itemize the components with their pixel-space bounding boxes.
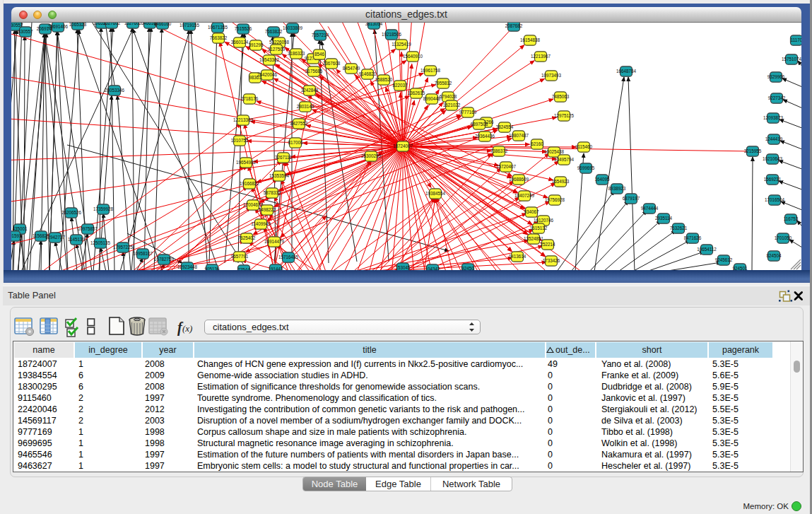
svg-text:924501: 924501 [732,266,748,270]
svg-text:26206526: 26206526 [61,210,82,215]
svg-text:1588520: 1588520 [375,77,393,82]
svg-text:8546: 8546 [314,52,325,57]
svg-text:16154838: 16154838 [520,37,541,42]
svg-text:2087682: 2087682 [505,23,523,28]
svg-text:7663822: 7663822 [265,29,283,34]
svg-text:252214: 252214 [540,242,555,247]
svg-text:7386372: 7386372 [490,148,508,153]
svg-text:7625402: 7625402 [238,235,256,240]
svg-text:17016504: 17016504 [765,197,785,202]
svg-text:10654112: 10654112 [697,247,717,252]
svg-text:16782759: 16782759 [154,257,175,262]
svg-text:20364436: 20364436 [475,134,495,139]
svg-text:7632621: 7632621 [670,226,688,230]
svg-text:16648784: 16648784 [616,69,637,74]
svg-text:10025438: 10025438 [544,149,565,154]
svg-text:(x): (x) [182,323,192,334]
svg-text:17004678: 17004678 [243,202,264,207]
svg-text:10210643: 10210643 [763,156,783,161]
svg-text:1733426: 1733426 [543,258,560,263]
svg-text:12213967: 12213967 [531,54,551,59]
svg-text:15751074: 15751074 [782,57,801,62]
svg-text:24420046: 24420046 [257,72,278,77]
svg-text:3824554: 3824554 [496,124,514,129]
svg-text:9329966: 9329966 [767,74,785,79]
svg-text:3127509: 3127509 [268,47,286,52]
svg-text:20691406: 20691406 [48,24,69,29]
svg-text:12093873: 12093873 [763,115,784,120]
svg-text:9474444: 9474444 [641,206,659,211]
svg-text:9115460: 9115460 [575,144,593,149]
svg-text:15353594: 15353594 [269,173,290,178]
svg-text:7515526: 7515526 [235,26,252,31]
svg-text:9657791: 9657791 [231,254,249,259]
svg-text:991591: 991591 [11,233,22,238]
svg-text:10543362: 10543362 [259,57,280,62]
svg-text:10719155: 10719155 [180,23,200,28]
svg-text:5498222: 5498222 [259,207,276,212]
svg-text:15716485: 15716485 [278,255,299,259]
svg-text:1569231: 1569231 [764,177,782,182]
svg-text:10973493: 10973493 [541,73,562,78]
svg-text:72544: 72544 [237,267,250,270]
svg-text:17957225: 17957225 [113,245,134,250]
svg-text:3215955: 3215955 [744,148,762,153]
svg-text:1145139: 1145139 [68,237,86,242]
svg-text:15640910: 15640910 [403,54,423,59]
svg-text:822037: 822037 [392,83,408,88]
svg-text:25300295: 25300295 [361,153,382,158]
svg-text:13524851: 13524851 [524,236,544,241]
svg-text:1244419: 1244419 [765,136,783,141]
svg-text:12505135: 12505135 [90,240,111,245]
svg-text:2803144: 2803144 [297,104,314,109]
svg-text:19654982: 19654982 [236,160,257,165]
svg-text:9777169: 9777169 [459,110,477,115]
svg-text:1362615: 1362615 [408,90,425,95]
svg-text:3660124: 3660124 [231,40,249,45]
svg-text:10671355: 10671355 [208,25,228,30]
svg-text:7485063: 7485063 [552,94,570,99]
svg-text:12975125: 12975125 [554,113,575,118]
svg-text:1010755: 1010755 [231,138,249,143]
svg-text:8990448: 8990448 [423,96,441,101]
svg-text:15720407: 15720407 [496,164,517,169]
svg-text:3175685: 3175685 [305,69,323,74]
svg-text:934067: 934067 [524,209,539,214]
svg-text:11409949: 11409949 [251,221,271,226]
svg-text:9699695: 9699695 [577,165,595,170]
svg-text:1413614: 1413614 [509,254,526,259]
svg-text:10688609: 10688609 [509,177,529,182]
svg-text:191443: 191443 [268,267,283,270]
svg-text:5878332: 5878332 [264,190,281,195]
svg-text:92450: 92450 [461,266,474,270]
svg-text:10807487: 10807487 [509,133,529,138]
svg-text:430557: 430557 [18,29,33,34]
svg-text:164095: 164095 [594,177,610,182]
svg-text:9146821: 9146821 [359,71,377,76]
svg-text:19756928: 19756928 [545,197,565,202]
svg-text:7955812: 7955812 [435,81,452,86]
svg-text:6794028: 6794028 [440,94,457,99]
svg-text:16120746: 16120746 [534,218,554,223]
svg-text:18724007: 18724007 [393,144,413,148]
svg-text:1654923: 1654923 [552,179,570,184]
svg-text:11325419: 11325419 [392,42,411,47]
svg-text:53226058: 53226058 [269,40,290,45]
svg-text:7357214: 7357214 [312,33,329,37]
svg-text:16961758: 16961758 [420,68,441,73]
svg-text:1065328: 1065328 [69,22,87,27]
svg-text:391295: 391295 [248,42,264,47]
svg-text:13495794: 13495794 [554,157,575,162]
svg-text:6879197: 6879197 [623,196,640,201]
svg-text:18407249: 18407249 [514,193,535,198]
svg-text:10975857: 10975857 [78,226,98,231]
svg-text:8427552: 8427552 [290,121,308,126]
svg-text:19166822: 19166822 [240,181,260,186]
svg-text:28053346: 28053346 [105,88,125,93]
svg-text:12213363: 12213363 [233,117,254,122]
svg-text:10958107: 10958107 [133,251,153,256]
svg-text:116753: 116753 [784,216,799,221]
svg-text:435001: 435001 [12,226,28,231]
svg-text:2367608: 2367608 [323,61,341,66]
svg-text:9227342: 9227342 [768,95,786,100]
